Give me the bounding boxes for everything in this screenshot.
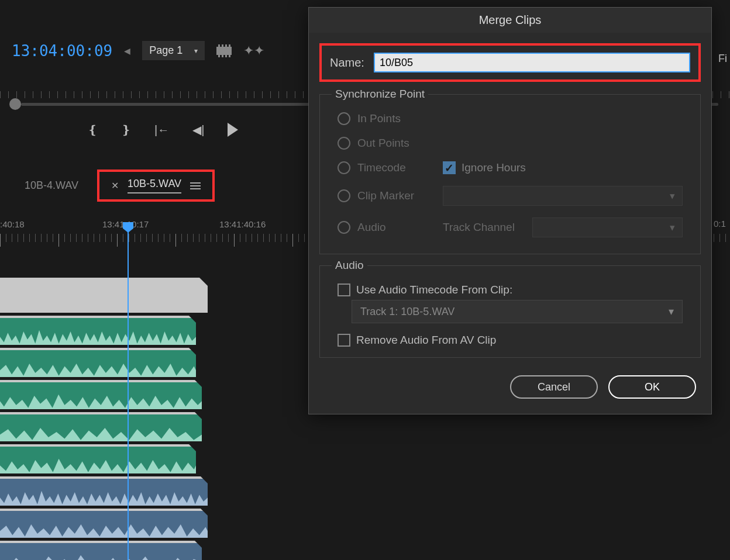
radio-out-points[interactable]: Out Points: [332, 131, 688, 155]
mark-out-icon[interactable]: ❵: [121, 123, 131, 137]
dialog-title: Merge Clips: [309, 8, 711, 33]
select-value: Track 1: 10B-5.WAV: [360, 306, 454, 318]
tab-menu-icon[interactable]: [190, 182, 201, 189]
use-audio-timecode-checkbox[interactable]: Use Audio Timecode From Clip:: [332, 278, 688, 296]
radio-clip-marker-row: Clip Marker ▾: [332, 180, 688, 212]
playhead[interactable]: [128, 222, 129, 560]
tab-active[interactable]: 10B-5.WAV: [128, 178, 181, 193]
ok-button[interactable]: OK: [608, 375, 696, 399]
radio-timecode[interactable]: Timecode: [338, 161, 425, 174]
audio-legend: Audio: [332, 259, 367, 272]
name-label: Name:: [330, 56, 364, 70]
video-clip[interactable]: [0, 278, 208, 313]
radio-icon: [338, 221, 350, 234]
radio-audio[interactable]: Audio: [338, 221, 425, 234]
radio-icon: [338, 189, 350, 202]
active-tab-highlight: ✕ 10B-5.WAV: [97, 170, 215, 202]
radio-label: Clip Marker: [357, 189, 414, 202]
checkbox-checked-icon: ✓: [443, 161, 456, 174]
radio-label: Out Points: [357, 137, 409, 150]
ruler-label: 13:41:40:16: [219, 219, 266, 229]
checkbox-label: Ignore Hours: [462, 161, 526, 174]
chevron-down-icon: ▾: [669, 305, 674, 318]
cutoff-button[interactable]: Fi: [718, 53, 730, 65]
audio-track[interactable]: [0, 348, 196, 377]
waveform-icon[interactable]: ✦✦: [243, 43, 264, 58]
radio-label: Audio: [357, 221, 386, 234]
audio-group: Audio Use Audio Timecode From Clip: Trac…: [319, 259, 701, 358]
audio-track[interactable]: [0, 316, 196, 345]
checkbox-label: Remove Audio From AV Clip: [356, 334, 496, 347]
go-to-in-icon[interactable]: |←: [154, 123, 169, 137]
sync-legend: Synchronize Point: [332, 88, 428, 101]
cutoff-timecode: 0:1: [714, 219, 730, 229]
audio-track[interactable]: [0, 509, 208, 538]
audio-track[interactable]: [0, 541, 202, 560]
audio-track[interactable]: [0, 380, 202, 409]
mark-in-icon[interactable]: ❴: [88, 123, 98, 137]
radio-clip-marker[interactable]: Clip Marker: [338, 189, 425, 202]
close-icon[interactable]: ✕: [111, 180, 119, 191]
checkbox-empty-icon: [338, 284, 350, 296]
synchronize-point-group: Synchronize Point In Points Out Points T…: [319, 88, 701, 254]
radio-label: Timecode: [357, 161, 406, 174]
merge-clips-dialog: Merge Clips Name: Synchronize Point In P…: [308, 7, 712, 414]
tab-inactive[interactable]: 10B-4.WAV: [23, 175, 80, 196]
radio-icon: [338, 112, 350, 125]
audio-track[interactable]: [0, 412, 202, 441]
audio-track[interactable]: [0, 444, 196, 473]
track-channel-label: Track Channel: [443, 221, 515, 234]
radio-audio-row: Audio Track Channel ▾: [332, 212, 688, 243]
play-icon[interactable]: [228, 123, 238, 137]
page-dropdown[interactable]: Page 1 ▾: [142, 41, 205, 60]
prev-arrow-icon[interactable]: ◀: [124, 46, 130, 56]
chevron-down-icon: ▾: [194, 47, 198, 55]
tab-active-label: 10B-5.WAV: [128, 178, 181, 190]
remove-audio-checkbox[interactable]: Remove Audio From AV Clip: [332, 323, 688, 347]
ignore-hours-checkbox[interactable]: ✓ Ignore Hours: [443, 161, 526, 174]
checkbox-label: Use Audio Timecode From Clip:: [356, 284, 512, 296]
audio-track[interactable]: [0, 476, 208, 506]
clip-marker-select[interactable]: ▾: [443, 186, 683, 206]
step-back-icon[interactable]: ◀|: [192, 123, 204, 137]
name-row-highlight: Name:: [319, 43, 701, 82]
checkbox-empty-icon: [338, 334, 350, 347]
chevron-down-icon: ▾: [670, 190, 675, 202]
radio-in-points[interactable]: In Points: [332, 106, 688, 131]
ruler-label: :40:18: [0, 219, 25, 229]
radio-label: In Points: [357, 112, 401, 125]
scroll-handle-icon[interactable]: [9, 98, 21, 110]
track-channel-select[interactable]: ▾: [532, 217, 683, 237]
cancel-button[interactable]: Cancel: [510, 375, 598, 399]
page-dropdown-label: Page 1: [149, 44, 182, 57]
radio-icon: [338, 137, 350, 150]
chevron-down-icon: ▾: [670, 222, 675, 234]
audio-track-select[interactable]: Track 1: 10B-5.WAV ▾: [352, 300, 683, 323]
timecode-display[interactable]: 13:04:00:09: [12, 42, 112, 60]
radio-timecode-row: Timecode ✓ Ignore Hours: [332, 155, 688, 180]
name-input[interactable]: [374, 53, 690, 72]
radio-icon: [338, 161, 350, 174]
film-icon[interactable]: [216, 44, 232, 57]
